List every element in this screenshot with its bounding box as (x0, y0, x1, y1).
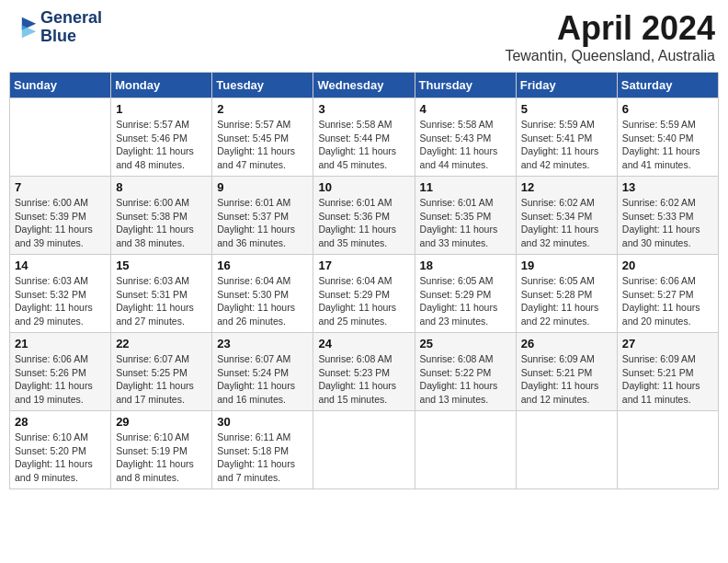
day-number: 1 (116, 102, 207, 116)
day-cell: 27Sunrise: 6:09 AM Sunset: 5:21 PM Dayli… (617, 333, 718, 411)
logo-icon (13, 15, 39, 40)
logo-line2: Blue (40, 28, 102, 46)
day-info: Sunrise: 6:06 AM Sunset: 5:27 PM Dayligh… (622, 274, 713, 328)
logo-text: General Blue (40, 9, 102, 46)
day-number: 2 (217, 102, 308, 116)
day-cell: 20Sunrise: 6:06 AM Sunset: 5:27 PM Dayli… (617, 255, 718, 333)
day-info: Sunrise: 6:02 AM Sunset: 5:33 PM Dayligh… (622, 196, 713, 250)
day-cell: 28Sunrise: 6:10 AM Sunset: 5:20 PM Dayli… (10, 411, 111, 489)
day-info: Sunrise: 6:01 AM Sunset: 5:36 PM Dayligh… (318, 196, 409, 250)
day-number: 4 (420, 102, 511, 116)
day-number: 19 (521, 259, 612, 272)
day-info: Sunrise: 6:09 AM Sunset: 5:21 PM Dayligh… (622, 352, 713, 407)
day-number: 11 (420, 180, 511, 194)
weekday-header-sunday: Sunday (10, 73, 111, 98)
day-info: Sunrise: 6:10 AM Sunset: 5:19 PM Dayligh… (116, 431, 207, 485)
weekday-header-saturday: Saturday (617, 73, 718, 98)
day-info: Sunrise: 6:04 AM Sunset: 5:29 PM Dayligh… (318, 274, 409, 328)
day-cell (415, 411, 516, 489)
weekday-header-thursday: Thursday (415, 73, 516, 98)
day-cell: 22Sunrise: 6:07 AM Sunset: 5:25 PM Dayli… (111, 333, 212, 411)
day-cell: 24Sunrise: 6:08 AM Sunset: 5:23 PM Dayli… (313, 333, 415, 411)
weekday-header-row: SundayMondayTuesdayWednesdayThursdayFrid… (10, 73, 719, 98)
day-cell: 17Sunrise: 6:04 AM Sunset: 5:29 PM Dayli… (313, 255, 415, 333)
day-info: Sunrise: 6:10 AM Sunset: 5:20 PM Dayligh… (15, 431, 106, 485)
day-info: Sunrise: 5:57 AM Sunset: 5:46 PM Dayligh… (116, 118, 207, 172)
day-cell: 9Sunrise: 6:01 AM Sunset: 5:37 PM Daylig… (212, 177, 313, 255)
day-number: 9 (217, 180, 308, 194)
day-number: 3 (318, 102, 409, 116)
day-number: 13 (622, 180, 713, 194)
day-number: 14 (15, 259, 106, 272)
day-cell: 12Sunrise: 6:02 AM Sunset: 5:34 PM Dayli… (516, 177, 617, 255)
week-row-1: 1Sunrise: 5:57 AM Sunset: 5:46 PM Daylig… (10, 98, 719, 177)
day-number: 16 (217, 259, 308, 272)
day-number: 10 (318, 180, 409, 194)
day-cell: 5Sunrise: 5:59 AM Sunset: 5:41 PM Daylig… (516, 98, 617, 177)
day-info: Sunrise: 6:07 AM Sunset: 5:24 PM Dayligh… (217, 352, 308, 407)
day-info: Sunrise: 6:08 AM Sunset: 5:22 PM Dayligh… (420, 352, 511, 407)
day-info: Sunrise: 6:05 AM Sunset: 5:29 PM Dayligh… (420, 274, 511, 328)
day-info: Sunrise: 6:11 AM Sunset: 5:18 PM Dayligh… (217, 431, 308, 485)
day-number: 24 (318, 337, 409, 350)
day-info: Sunrise: 6:09 AM Sunset: 5:21 PM Dayligh… (521, 352, 612, 407)
day-number: 7 (15, 180, 106, 194)
day-number: 15 (116, 259, 207, 272)
day-info: Sunrise: 6:04 AM Sunset: 5:30 PM Dayligh… (217, 274, 308, 328)
day-info: Sunrise: 6:03 AM Sunset: 5:32 PM Dayligh… (15, 274, 106, 328)
day-cell: 29Sunrise: 6:10 AM Sunset: 5:19 PM Dayli… (111, 411, 212, 489)
day-cell: 11Sunrise: 6:01 AM Sunset: 5:35 PM Dayli… (415, 177, 516, 255)
day-number: 30 (217, 415, 308, 429)
day-cell: 21Sunrise: 6:06 AM Sunset: 5:26 PM Dayli… (10, 333, 111, 411)
day-info: Sunrise: 6:00 AM Sunset: 5:39 PM Dayligh… (15, 196, 106, 250)
day-info: Sunrise: 6:05 AM Sunset: 5:28 PM Dayligh… (521, 274, 612, 328)
day-cell (617, 411, 718, 489)
day-info: Sunrise: 6:06 AM Sunset: 5:26 PM Dayligh… (15, 352, 106, 407)
location-subtitle: Tewantin, Queensland, Australia (505, 48, 715, 64)
week-row-2: 7Sunrise: 6:00 AM Sunset: 5:39 PM Daylig… (10, 177, 719, 255)
day-cell: 13Sunrise: 6:02 AM Sunset: 5:33 PM Dayli… (617, 177, 718, 255)
month-title: April 2024 (505, 9, 715, 48)
day-number: 26 (521, 337, 612, 350)
day-info: Sunrise: 5:57 AM Sunset: 5:45 PM Dayligh… (217, 118, 308, 172)
day-info: Sunrise: 5:58 AM Sunset: 5:44 PM Dayligh… (318, 118, 409, 172)
day-number: 8 (116, 180, 207, 194)
day-number: 17 (318, 259, 409, 272)
day-cell (516, 411, 617, 489)
weekday-header-friday: Friday (516, 73, 617, 98)
day-number: 27 (622, 337, 713, 350)
day-info: Sunrise: 6:08 AM Sunset: 5:23 PM Dayligh… (318, 352, 409, 407)
day-info: Sunrise: 5:58 AM Sunset: 5:43 PM Dayligh… (420, 118, 511, 172)
day-cell: 25Sunrise: 6:08 AM Sunset: 5:22 PM Dayli… (415, 333, 516, 411)
weekday-header-tuesday: Tuesday (212, 73, 313, 98)
day-number: 23 (217, 337, 308, 350)
day-info: Sunrise: 6:03 AM Sunset: 5:31 PM Dayligh… (116, 274, 207, 328)
logo-line1: General (40, 9, 102, 28)
day-cell: 1Sunrise: 5:57 AM Sunset: 5:46 PM Daylig… (111, 98, 212, 177)
day-info: Sunrise: 6:07 AM Sunset: 5:25 PM Dayligh… (116, 352, 207, 407)
day-cell: 18Sunrise: 6:05 AM Sunset: 5:29 PM Dayli… (415, 255, 516, 333)
day-cell: 4Sunrise: 5:58 AM Sunset: 5:43 PM Daylig… (415, 98, 516, 177)
day-cell: 6Sunrise: 5:59 AM Sunset: 5:40 PM Daylig… (617, 98, 718, 177)
day-number: 12 (521, 180, 612, 194)
page-header: General Blue April 2024 Tewantin, Queens… (9, 9, 719, 64)
week-row-5: 28Sunrise: 6:10 AM Sunset: 5:20 PM Dayli… (10, 411, 719, 489)
day-number: 21 (15, 337, 106, 350)
day-cell: 14Sunrise: 6:03 AM Sunset: 5:32 PM Dayli… (10, 255, 111, 333)
day-number: 28 (15, 415, 106, 429)
day-cell: 3Sunrise: 5:58 AM Sunset: 5:44 PM Daylig… (313, 98, 415, 177)
day-cell: 15Sunrise: 6:03 AM Sunset: 5:31 PM Dayli… (111, 255, 212, 333)
day-cell (10, 98, 111, 177)
day-cell: 26Sunrise: 6:09 AM Sunset: 5:21 PM Dayli… (516, 333, 617, 411)
day-info: Sunrise: 5:59 AM Sunset: 5:41 PM Dayligh… (521, 118, 612, 172)
week-row-3: 14Sunrise: 6:03 AM Sunset: 5:32 PM Dayli… (10, 255, 719, 333)
day-info: Sunrise: 5:59 AM Sunset: 5:40 PM Dayligh… (622, 118, 713, 172)
logo: General Blue (13, 9, 102, 46)
day-number: 20 (622, 259, 713, 272)
day-info: Sunrise: 6:02 AM Sunset: 5:34 PM Dayligh… (521, 196, 612, 250)
day-cell: 19Sunrise: 6:05 AM Sunset: 5:28 PM Dayli… (516, 255, 617, 333)
day-info: Sunrise: 6:01 AM Sunset: 5:35 PM Dayligh… (420, 196, 511, 250)
day-number: 18 (420, 259, 511, 272)
day-cell: 10Sunrise: 6:01 AM Sunset: 5:36 PM Dayli… (313, 177, 415, 255)
svg-marker-2 (22, 25, 36, 38)
